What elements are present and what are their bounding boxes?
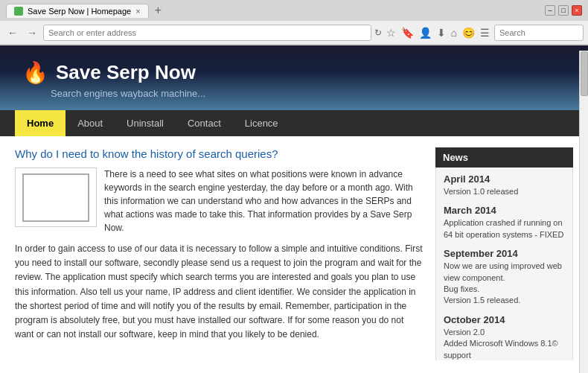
site-logo: 🔥 Save Serp Now [22,60,566,85]
site-header: 🔥 Save Serp Now Search engines wayback m… [0,45,588,110]
close-button[interactable]: × [572,5,582,16]
active-tab[interactable]: Save Serp Now | Homepage × [6,4,149,18]
search-input[interactable] [494,25,584,41]
image-placeholder [22,173,89,222]
star-icon[interactable]: ☆ [385,25,397,40]
nav-about[interactable]: About [65,110,115,136]
sidebar: News April 2014 Version 1.0 released Mar… [435,147,573,349]
news-item-3: September 2014 Now we are using improved… [444,248,565,307]
site-tagline: Search engines wayback machine... [51,88,566,99]
nav-uninstall[interactable]: Uninstall [115,110,176,136]
new-tab-button[interactable]: + [152,4,164,17]
news-date-2: March 2014 [444,205,565,216]
home-icon[interactable]: ⌂ [450,25,458,40]
nav-icons: ☆ 🔖 👤 ⬇ ⌂ 😊 ☰ [385,25,491,40]
window-controls: – □ × [545,5,582,16]
article-intro-text: There is a need to see what sites on wha… [104,168,424,235]
scrollbar[interactable] [579,51,588,373]
refresh-button[interactable]: ↻ [374,28,382,38]
news-item-1: April 2014 Version 1.0 released [444,173,565,197]
website-content: 🔥 Save Serp Now Search engines wayback m… [0,45,588,373]
news-date-4: October 2014 [444,314,565,325]
news-item-2: March 2014 Application crashed if runnin… [444,205,565,240]
profile-icon[interactable]: 😊 [461,25,476,40]
news-date-1: April 2014 [444,173,565,185]
site-title: Save Serp Now [56,61,196,84]
nav-licence[interactable]: Licence [233,110,290,136]
sidebar-content: April 2014 Version 1.0 released March 20… [435,168,573,360]
article-body-text: In order to gain access to use of our da… [15,242,424,342]
bookmark-icon[interactable]: 🔖 [400,25,415,40]
maximize-button[interactable]: □ [558,5,569,16]
news-item-4: October 2014 Version 2.0Added Microsoft … [444,314,565,360]
article-heading: Why do I need to know the history of sea… [15,147,424,160]
news-text-3: Now we are using improved web view compo… [444,261,565,307]
main-content: Why do I need to know the history of sea… [0,136,588,360]
navigation-bar: ← → ↻ ☆ 🔖 👤 ⬇ ⌂ 😊 ☰ [0,21,588,45]
scrollbar-thumb[interactable] [581,51,588,96]
news-text-2: Application crashed if running on 64 bit… [444,217,565,240]
nav-contact[interactable]: Contact [176,110,233,136]
user-icon[interactable]: 👤 [418,25,433,40]
tab-close-button[interactable]: × [135,7,140,16]
tab-favicon [14,7,23,16]
article: Why do I need to know the history of sea… [15,147,424,349]
article-intro: There is a need to see what sites on wha… [15,168,424,235]
logo-icon: 🔥 [22,60,48,85]
title-bar: Save Serp Now | Homepage × + – □ × [0,0,588,21]
tab-bar: Save Serp Now | Homepage × + [6,4,164,18]
menu-icon[interactable]: ☰ [479,25,491,40]
article-image [15,168,97,227]
nav-home[interactable]: Home [15,110,65,136]
site-navigation: Home About Uninstall Contact Licence [0,110,588,136]
news-date-3: September 2014 [444,248,565,259]
tab-title: Save Serp Now | Homepage [28,7,131,16]
download-icon[interactable]: ⬇ [435,25,447,40]
news-text-1: Version 1.0 released [444,186,565,197]
news-text-4: Version 2.0Added Microsoft Windows 8.1© … [444,327,565,360]
back-button[interactable]: ← [4,25,21,40]
minimize-button[interactable]: – [545,5,555,16]
sidebar-header: News [435,147,573,168]
address-bar[interactable] [43,25,371,41]
forward-button[interactable]: → [24,25,40,40]
